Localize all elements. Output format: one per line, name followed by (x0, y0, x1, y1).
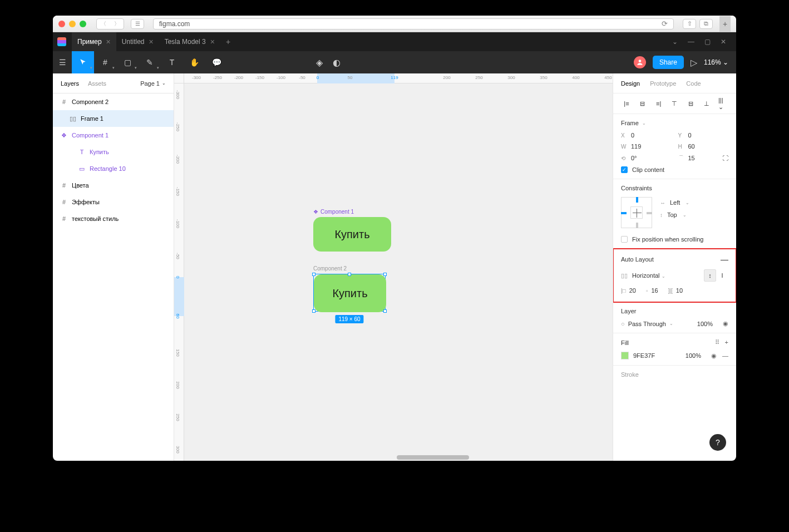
align-left-icon[interactable]: |≡ (622, 99, 631, 108)
layer-row[interactable]: ▭Rectangle 10 (53, 160, 174, 177)
visibility-icon[interactable]: ◉ (723, 320, 728, 327)
canvas[interactable]: -300 -250 -200 -150 -100 -50 0 50 119 20… (174, 73, 613, 461)
resize-handle[interactable] (312, 273, 315, 276)
align-top-icon[interactable]: ⊤ (670, 99, 679, 108)
zoom-level[interactable]: 116% ⌄ (704, 58, 728, 66)
mask-icon[interactable]: ◐ (333, 57, 341, 68)
align-right-icon[interactable]: ≡| (654, 99, 663, 108)
close-icon[interactable]: × (106, 37, 111, 46)
y-input[interactable]: 0 (688, 132, 692, 139)
clip-content-checkbox[interactable]: ✓ (621, 166, 628, 173)
new-file-tab-button[interactable]: + (220, 37, 236, 46)
direction-dropdown[interactable]: Horizontal ⌄ (632, 272, 665, 279)
layer-row-component[interactable]: ❖Component 1 (53, 127, 174, 144)
forward-button[interactable]: 〉 (110, 19, 124, 29)
color-swatch[interactable] (621, 352, 629, 359)
layer-row[interactable]: #текстовый стиль (53, 210, 174, 227)
maximize-icon[interactable]: ▢ (704, 38, 711, 46)
visibility-icon[interactable]: ◉ (711, 352, 717, 359)
layer-row[interactable]: #Эффекты (53, 194, 174, 210)
width-input[interactable]: 119 (631, 143, 641, 150)
help-button[interactable]: ? (709, 434, 726, 451)
share-icon[interactable]: ⇧ (683, 19, 696, 29)
resize-handle[interactable] (383, 273, 387, 276)
hand-tool[interactable]: ✋ (183, 51, 205, 73)
fix-position-checkbox[interactable] (621, 236, 628, 243)
layers-tab[interactable]: Layers (61, 80, 79, 87)
present-icon[interactable]: ▷ (691, 57, 697, 68)
padding-v-input[interactable]: 16 (651, 287, 658, 294)
file-tab[interactable]: Tesla Model 3 × (159, 32, 220, 51)
radius-input[interactable]: 15 (688, 155, 695, 161)
resize-handle[interactable] (348, 273, 351, 276)
new-tab-button[interactable]: + (719, 16, 731, 32)
layer-row[interactable]: TКупить (53, 144, 174, 160)
reload-icon[interactable]: ⟳ (662, 19, 668, 28)
figma-logo-icon[interactable] (57, 37, 66, 46)
minimize-window-icon[interactable] (69, 21, 76, 27)
avatar[interactable] (634, 56, 646, 68)
canvas-button-2[interactable]: Купить (314, 274, 386, 312)
height-input[interactable]: 60 (688, 143, 695, 150)
frame-tool[interactable]: #▾ (94, 51, 116, 73)
frame-section-title[interactable]: Frame⌄ (621, 120, 728, 126)
constraint-h-dropdown[interactable]: ↔Left⌄ (660, 199, 689, 206)
tabs-icon[interactable]: ⧉ (699, 19, 713, 29)
align-hcenter-icon[interactable]: ⊟ (638, 99, 647, 108)
fill-opacity-input[interactable]: 100% (686, 352, 701, 359)
selection-box[interactable]: Купить (313, 274, 386, 312)
component-label[interactable]: ❖ Component 1 (313, 209, 354, 215)
distribute-icon[interactable]: |||⌄ (718, 99, 727, 108)
canvas-button-1[interactable]: Купить (313, 217, 391, 252)
back-button[interactable]: 〈 (97, 19, 110, 29)
minimize-icon[interactable]: — (688, 38, 694, 46)
blend-mode-dropdown[interactable]: ○Pass Through ⌄ (621, 321, 673, 327)
close-icon[interactable]: ✕ (721, 38, 726, 46)
sidebar-toggle-icon[interactable]: ☰ (131, 19, 144, 29)
padding-h-input[interactable]: 20 (629, 287, 636, 294)
layer-row-selected[interactable]: ▯▯Frame 1 (53, 110, 174, 127)
layer-row[interactable]: #Component 2 (53, 93, 174, 110)
text-tool[interactable]: T (161, 51, 183, 73)
menu-button[interactable]: ☰ (53, 51, 72, 73)
file-tab[interactable]: Untitled × (116, 32, 159, 51)
align-vcenter-icon[interactable]: ⊟ (686, 99, 695, 108)
comment-tool[interactable]: 💬 (205, 51, 228, 73)
style-icon[interactable]: ⠿ (715, 339, 719, 346)
resize-handle[interactable] (312, 309, 315, 313)
url-bar[interactable]: figma.com ⟳ (153, 18, 674, 29)
chevron-down-icon[interactable]: ⌄ (672, 38, 678, 46)
remove-fill-button[interactable]: — (722, 352, 728, 359)
rotation-input[interactable]: 0° (631, 155, 637, 161)
component-icon[interactable]: ◈ (316, 57, 323, 68)
file-tab-active[interactable]: Пример × (72, 32, 116, 51)
component-label[interactable]: Component 2 (313, 265, 347, 272)
close-icon[interactable]: × (210, 37, 215, 46)
align-bottom-icon[interactable]: ⊥ (702, 99, 711, 108)
pen-tool[interactable]: ✎▾ (139, 51, 161, 73)
close-window-icon[interactable] (58, 21, 65, 27)
constraint-v-dropdown[interactable]: ↕Top⌄ (660, 211, 689, 218)
prototype-tab[interactable]: Prototype (650, 80, 676, 87)
gap-input[interactable]: 10 (676, 287, 683, 294)
layer-row[interactable]: #Цвета (53, 177, 174, 194)
assets-tab[interactable]: Assets (88, 80, 106, 87)
stretch-horizontal-icon[interactable]: I (716, 269, 728, 282)
shape-tool[interactable]: ▢▾ (116, 51, 139, 73)
add-fill-button[interactable]: + (725, 339, 728, 346)
hex-input[interactable]: 9FE37F (633, 352, 655, 359)
page-selector[interactable]: Page 1 ⌄ (140, 80, 166, 87)
x-input[interactable]: 0 (631, 132, 634, 139)
maximize-window-icon[interactable] (80, 21, 86, 27)
remove-autolayout-button[interactable]: — (721, 255, 728, 264)
design-tab[interactable]: Design (621, 80, 640, 87)
code-tab[interactable]: Code (686, 80, 701, 87)
close-icon[interactable]: × (149, 37, 153, 46)
expand-radius-icon[interactable]: ⛶ (722, 155, 728, 161)
scrollbar-horizontal[interactable] (397, 455, 469, 460)
resize-handle[interactable] (383, 309, 387, 313)
constraints-widget[interactable] (621, 197, 652, 228)
move-tool[interactable]: ▾ (72, 51, 94, 73)
opacity-input[interactable]: 100% (697, 321, 713, 327)
stretch-vertical-icon[interactable]: ↕ (704, 269, 716, 282)
